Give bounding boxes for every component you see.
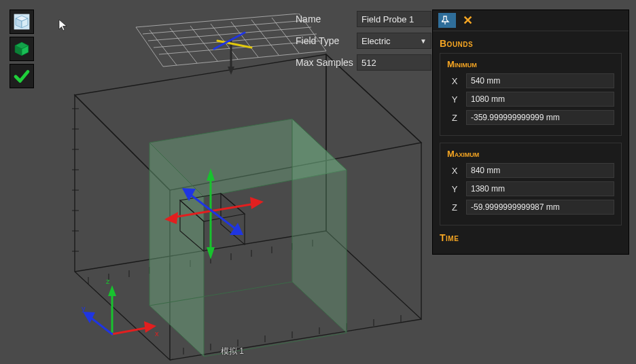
confirm-tool[interactable]	[10, 64, 34, 88]
axis-label-x: X	[447, 76, 462, 86]
svg-line-77	[112, 327, 149, 334]
axis-y-label: y	[82, 304, 86, 312]
max-y-input[interactable]: 1380 mm	[466, 181, 614, 196]
orientation-triad: x y z	[82, 277, 159, 338]
object-properties: Name Field Probe 1 Field Type Electric ▼…	[296, 11, 431, 71]
svg-line-67	[143, 20, 306, 34]
name-label: Name	[296, 14, 357, 24]
svg-marker-58	[230, 223, 243, 235]
cursor-icon	[58, 19, 68, 33]
box-tool[interactable]	[10, 37, 34, 61]
field-type-select[interactable]: Electric ▼	[357, 33, 431, 49]
field-type-label: Field Type	[296, 35, 357, 46]
svg-marker-52	[207, 247, 215, 259]
field-type-value: Electric	[361, 36, 391, 46]
svg-line-68	[148, 27, 311, 41]
left-toolbar	[10, 10, 34, 88]
minimum-title: Minimum	[447, 59, 614, 69]
svg-line-61	[170, 28, 197, 63]
svg-line-69	[154, 34, 317, 48]
max-z-input[interactable]: -59.9999999999987 mm	[466, 200, 614, 215]
axis-label-x: X	[447, 166, 462, 176]
max-samples-value: 512	[361, 58, 376, 68]
svg-marker-72	[228, 67, 234, 75]
svg-marker-76	[108, 285, 116, 296]
svg-marker-55	[250, 197, 264, 209]
probe-region-box	[149, 119, 347, 357]
name-input[interactable]: Field Probe 1	[357, 11, 431, 27]
axis-z-label: z	[106, 277, 110, 285]
bounds-title: Bounds	[440, 38, 622, 49]
min-z-input[interactable]: -359.999999999999 mm	[466, 110, 614, 125]
panel-pin-button[interactable]	[438, 13, 456, 28]
svg-line-11	[170, 319, 421, 360]
panel-close-button[interactable]: ✕	[460, 13, 475, 28]
svg-marker-80	[83, 312, 95, 323]
axis-label-y: Y	[447, 184, 462, 194]
name-value: Field Probe 1	[361, 14, 414, 24]
bounds-minimum-group: Minimum X 540 mm Y 1080 mm Z -359.999999…	[440, 53, 622, 136]
max-x-input[interactable]: 840 mm	[466, 163, 614, 178]
viewport-label: 模拟 1	[221, 346, 244, 357]
bounds-panel: ✕ Bounds Minimum X 540 mm Y 1080 mm Z -3…	[432, 10, 629, 255]
time-title: Time	[440, 232, 622, 243]
axis-label-z: Z	[447, 202, 462, 213]
view-cube-tool[interactable]	[10, 10, 34, 34]
axis-x-label: x	[155, 329, 159, 338]
min-x-input[interactable]: 540 mm	[466, 73, 614, 88]
max-samples-input[interactable]: 512	[357, 54, 431, 71]
chevron-down-icon: ▼	[420, 37, 427, 45]
maximum-title: Maximum	[447, 149, 614, 159]
axis-label-y: Y	[447, 94, 462, 105]
axis-label-z: Z	[447, 113, 462, 123]
svg-marker-49	[221, 194, 245, 244]
max-samples-label: Max Samples	[296, 57, 357, 68]
svg-marker-44	[292, 119, 347, 333]
bounds-maximum-group: Maximum X 840 mm Y 1380 mm Z -59.9999999…	[440, 143, 622, 225]
min-y-input[interactable]: 1080 mm	[466, 92, 614, 107]
